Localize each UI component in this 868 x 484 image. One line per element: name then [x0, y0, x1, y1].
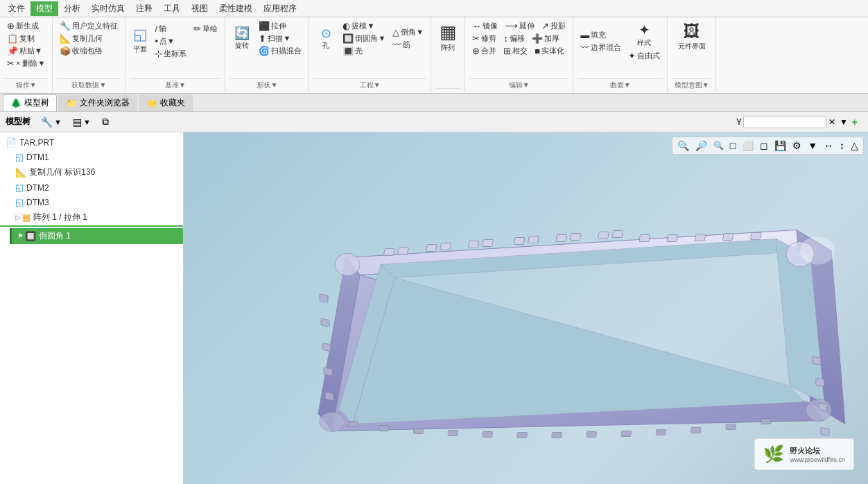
- vt-section[interactable]: ↕: [837, 139, 847, 153]
- vt-zoom-in[interactable]: 🔎: [693, 139, 709, 153]
- btn-point[interactable]: • 点▼: [152, 35, 189, 47]
- folder-icon: 📁: [66, 98, 77, 108]
- btn-shell[interactable]: 🔳 壳: [340, 45, 388, 57]
- btn-extrude[interactable]: ⬛ 拉伸: [256, 20, 304, 32]
- btn-offset[interactable]: ↕ 偏移: [501, 33, 528, 44]
- vt-wireframe[interactable]: □: [728, 139, 738, 153]
- btn-delete[interactable]: ✂ × 删除▼: [4, 58, 48, 69]
- btn-user-feature[interactable]: 🔧 用户定义特征: [57, 20, 121, 32]
- ribbon-group-intent: 🖼 元件界面 模型意图▼: [668, 17, 716, 93]
- group-label-shape: 形状▼: [229, 78, 304, 90]
- btn-copy-geo[interactable]: 📐 复制几何: [57, 33, 121, 44]
- tab-file-browser[interactable]: 📁 文件夹浏览器: [58, 94, 137, 111]
- btn-copy[interactable]: 📋 复制: [4, 33, 48, 44]
- tree-array[interactable]: ▷ ▦ 阵列 1 / 拉伸 1: [10, 209, 183, 225]
- group-label-engineering: 工程▼: [313, 78, 426, 90]
- btn-style[interactable]: ✦ 样式: [625, 20, 663, 49]
- btn-columns[interactable]: ▤ ▼: [69, 115, 94, 129]
- svg-point-45: [800, 236, 835, 264]
- menu-tools[interactable]: 工具: [158, 1, 186, 16]
- btn-hole[interactable]: ⊙ 孔: [313, 25, 338, 53]
- tree-round[interactable]: ⚑ 🔲 倒圆角 1: [10, 228, 183, 244]
- vt-zoom-fit[interactable]: 🔍: [675, 139, 691, 153]
- btn-shrink[interactable]: 📦 收缩包络: [57, 45, 121, 57]
- btn-layers[interactable]: ⧉: [98, 114, 112, 129]
- btn-fill[interactable]: ▬ 填充: [578, 29, 624, 41]
- menu-view[interactable]: 视图: [186, 1, 214, 16]
- svg-rect-8: [468, 241, 479, 248]
- tab-bar: 🌲 模型树 📁 文件夹浏览器 ⭐ 收藏夹: [0, 94, 868, 112]
- btn-mirror[interactable]: ↔ 镜像: [469, 20, 501, 32]
- clear-search-btn[interactable]: ✕: [826, 116, 837, 128]
- svg-rect-43: [725, 424, 736, 429]
- tree-dtm3[interactable]: ◱ DTM3: [10, 195, 183, 209]
- svg-point-1: [806, 399, 831, 421]
- btn-paste[interactable]: 📌 粘贴▼: [4, 45, 48, 57]
- menu-annotation[interactable]: 注释: [130, 1, 158, 16]
- btn-project[interactable]: ↗ 投影: [539, 20, 568, 32]
- search-input[interactable]: [743, 116, 826, 128]
- svg-rect-9: [482, 239, 493, 246]
- vt-render-settings[interactable]: ⚙: [790, 139, 804, 153]
- menu-bar: 文件 模型 分析 实时仿真 注释 工具 视图 柔性建模 应用程序: [0, 0, 868, 17]
- btn-rotate[interactable]: 🔄 旋转: [229, 25, 254, 53]
- vt-shaded[interactable]: ◻: [758, 139, 770, 153]
- svg-point-2: [320, 412, 345, 431]
- add-btn[interactable]: +: [850, 116, 860, 128]
- tree-dtm1[interactable]: ◱ DTM1: [10, 150, 183, 164]
- btn-axis[interactable]: / 轴: [152, 23, 189, 35]
- tree-copygeo[interactable]: 📐 复制几何 标识136: [10, 164, 183, 180]
- menu-simulation[interactable]: 实时仿真: [86, 1, 130, 16]
- vt-zoom-out[interactable]: 🔍: [711, 139, 726, 152]
- btn-sweep[interactable]: ⬆ 扫描▼: [256, 33, 304, 44]
- menu-flexible[interactable]: 柔性建模: [214, 1, 258, 16]
- btn-solidify[interactable]: ■ 实体化: [532, 45, 567, 57]
- vt-more[interactable]: ▼: [806, 139, 819, 153]
- btn-round[interactable]: 🔲 倒圆角▼: [340, 33, 388, 44]
- menu-model[interactable]: 模型: [31, 1, 58, 16]
- vt-orient[interactable]: ↔: [822, 139, 835, 153]
- btn-boundary-blend[interactable]: 〰 边界混合: [578, 42, 624, 53]
- vt-hidden-line[interactable]: ⬜: [740, 139, 756, 153]
- svg-rect-20: [750, 232, 761, 239]
- filter-icon: Y: [736, 117, 742, 127]
- main-area: 📄 TAR.PRT ◱ DTM1 📐 复制几何 标识136 ◱ DTM2: [0, 132, 868, 484]
- svg-rect-42: [691, 427, 701, 433]
- menu-analysis[interactable]: 分析: [58, 1, 86, 16]
- tree-root[interactable]: 📄 TAR.PRT: [0, 135, 183, 150]
- search-btn-down[interactable]: ▼: [837, 116, 850, 128]
- menu-file[interactable]: 文件: [3, 1, 31, 16]
- sidebar-title-label: 模型树: [6, 116, 31, 128]
- ribbon: ⊕ 新生成 📋 复制 📌 粘贴▼ ✂ × 删除▼ 操作▼: [0, 17, 868, 94]
- menu-apps[interactable]: 应用程序: [258, 1, 302, 16]
- ribbon-group-shape: 🔄 旋转 ⬛ 拉伸 ⬆ 扫描▼ 🌀 扫描混合: [225, 17, 309, 93]
- btn-freestyle[interactable]: ✦ 自由式: [625, 50, 663, 62]
- btn-draft[interactable]: ◐ 拔模▼: [340, 20, 388, 32]
- btn-chamfer[interactable]: △ 倒角▼: [390, 26, 426, 38]
- watermark-title: 野火论坛: [790, 446, 845, 456]
- btn-component-interface[interactable]: 🖼 元件界面: [675, 20, 709, 53]
- round-icon: 🔲: [25, 231, 36, 241]
- btn-rib[interactable]: 〰 筋: [390, 39, 426, 51]
- viewport[interactable]: 🔍 🔎 🔍 □ ⬜ ◻ 💾 ⚙ ▼ ↔ ↕ △: [184, 132, 868, 484]
- btn-sweep-blend[interactable]: 🌀 扫描混合: [256, 45, 304, 57]
- vt-display[interactable]: △: [849, 139, 860, 153]
- tree-dtm2[interactable]: ◱ DTM2: [10, 180, 183, 195]
- active-line: [0, 225, 183, 227]
- btn-merge[interactable]: ⊕ 合并: [469, 45, 499, 57]
- tree-area: 📄 TAR.PRT ◱ DTM1 📐 复制几何 标识136 ◱ DTM2: [0, 132, 183, 484]
- btn-new[interactable]: ⊕ 新生成: [4, 20, 48, 32]
- tab-model-tree[interactable]: 🌲 模型树: [3, 94, 57, 111]
- btn-sketch[interactable]: ✏ 草绘: [191, 23, 220, 35]
- btn-array[interactable]: ▦ 阵列: [435, 20, 460, 54]
- btn-trim[interactable]: ✂ 修剪: [469, 33, 499, 44]
- btn-intersect[interactable]: ⊞ 相交: [501, 45, 530, 57]
- btn-thicken[interactable]: ➕ 加厚: [529, 33, 562, 44]
- btn-plane[interactable]: ◱ 平面: [130, 24, 150, 55]
- tab-favorites[interactable]: ⭐ 收藏夹: [139, 94, 193, 111]
- vt-save-view[interactable]: 💾: [772, 139, 788, 153]
- group-label-datum: 基准▼: [130, 78, 220, 90]
- btn-settings[interactable]: 🔧 ▼: [37, 115, 65, 129]
- btn-extend[interactable]: ⟶ 延伸: [502, 20, 537, 32]
- btn-coord[interactable]: ⊹ 坐标系: [152, 48, 189, 60]
